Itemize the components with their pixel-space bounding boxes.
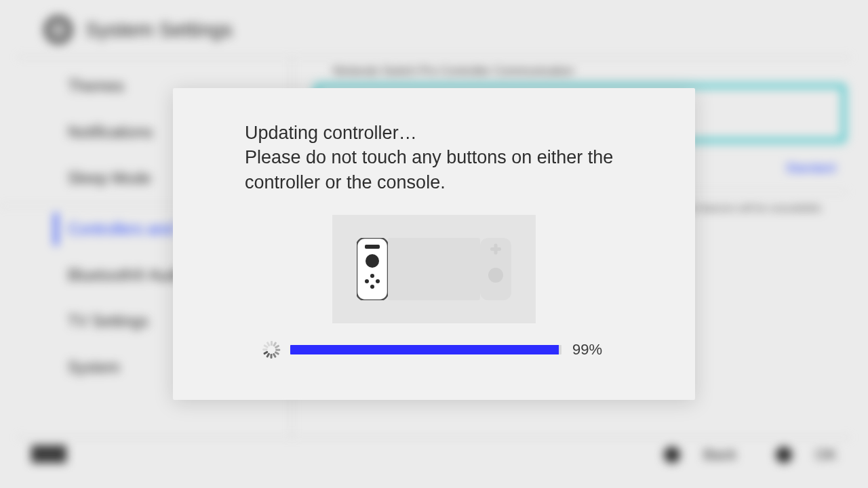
svg-rect-1: [365, 245, 380, 249]
header: System Settings: [0, 0, 868, 57]
option-value: Standard: [786, 161, 835, 176]
hint-back: Back: [646, 446, 736, 464]
progress-fill: [290, 345, 559, 354]
svg-point-6: [376, 279, 380, 283]
sidebar-item-label: Sleep Mode: [68, 169, 151, 188]
hint-label: OK: [815, 446, 837, 464]
dialog-body-line: Please do not touch any buttons on eithe…: [245, 145, 623, 195]
category-label: Nintendo Switch Pro Controller Communica…: [333, 64, 848, 78]
hint-ok: OK: [758, 446, 837, 464]
svg-point-11: [488, 268, 503, 283]
spinner-icon: [262, 341, 279, 359]
dialog-title: Updating controller… Please do not touch…: [207, 121, 661, 195]
progress-percent: 99%: [572, 341, 606, 359]
sidebar-item-label: Themes: [68, 77, 124, 96]
svg-point-3: [370, 274, 374, 278]
progress-row: 99%: [227, 341, 641, 359]
page-title: System Settings: [85, 18, 233, 41]
button-hints: Back OK: [0, 438, 868, 474]
svg-point-4: [370, 285, 374, 289]
svg-rect-7: [388, 238, 480, 300]
controller-icon: [31, 445, 66, 463]
b-button-icon: [664, 447, 680, 463]
dialog-title-line: Updating controller…: [245, 121, 623, 145]
sidebar-item-label: System: [68, 359, 120, 377]
svg-point-5: [365, 279, 369, 283]
sidebar-item-label: TV Settings: [68, 312, 149, 331]
progress-bar: [290, 345, 561, 354]
a-button-icon: [776, 447, 792, 463]
switch-joycon-icon: [357, 238, 511, 300]
gear-icon: [43, 15, 73, 45]
svg-point-2: [366, 254, 379, 268]
controller-graphic: [332, 215, 536, 323]
hint-label: Back: [703, 446, 736, 464]
sidebar-item-label: Bluetooth® Audio: [68, 266, 189, 285]
svg-rect-10: [494, 244, 498, 255]
update-controller-dialog: Updating controller… Please do not touch…: [173, 88, 695, 400]
sidebar-item-label: Notifications: [68, 123, 153, 142]
